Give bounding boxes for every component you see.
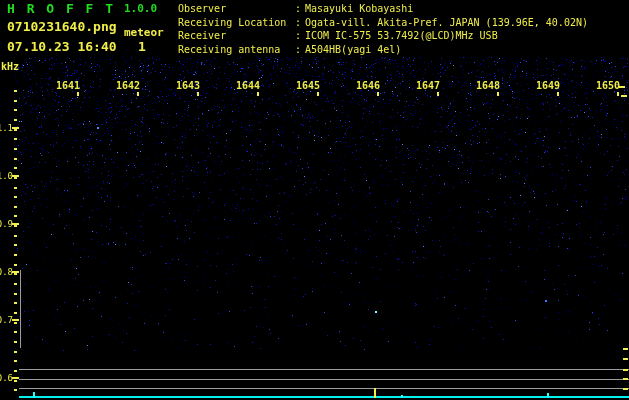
time-tick-label: 1647 bbox=[413, 80, 443, 91]
freq-minor-tick bbox=[14, 196, 17, 198]
freq-minor-tick bbox=[14, 225, 17, 227]
right-axis-tick bbox=[623, 358, 628, 360]
info-row-antenna: Receiving antenna : A504HB(yagi 4el) bbox=[178, 43, 628, 57]
echo-count: 1 bbox=[138, 39, 146, 54]
info-label: Observer bbox=[178, 2, 295, 16]
time-minute-tick bbox=[377, 92, 379, 96]
freq-minor-tick bbox=[14, 389, 17, 391]
info-value: ICOM IC-575 53.7492(@LCD)MHz USB bbox=[305, 29, 498, 43]
echo-dot bbox=[97, 127, 99, 129]
freq-minor-tick bbox=[14, 322, 17, 324]
freq-minor-tick bbox=[14, 158, 17, 160]
freq-minor-tick bbox=[14, 370, 17, 372]
time-tick-label: 1648 bbox=[473, 80, 503, 91]
info-separator: : bbox=[295, 2, 305, 16]
freq-minor-tick bbox=[14, 138, 17, 140]
freq-minor-tick bbox=[14, 129, 17, 131]
freq-minor-tick bbox=[14, 206, 17, 208]
time-minute-tick bbox=[557, 92, 559, 96]
info-label: Receiver bbox=[178, 29, 295, 43]
marker-vertical-line bbox=[20, 270, 21, 348]
freq-minor-tick bbox=[14, 215, 17, 217]
freq-minor-tick bbox=[14, 235, 17, 237]
time-minute-tick bbox=[617, 92, 619, 96]
observation-datetime: 07.10.23 16:40 bbox=[7, 39, 117, 54]
freq-major-tick bbox=[12, 319, 19, 321]
info-row-location: Receiving Location : Ogata-vill. Akita-P… bbox=[178, 16, 628, 30]
right-axis-tick bbox=[623, 378, 628, 380]
app-version: 1.0.0 bbox=[124, 2, 157, 15]
freq-minor-tick bbox=[14, 109, 17, 111]
info-separator: : bbox=[295, 29, 305, 43]
station-info-block: Observer : Masayuki Kobayashi Receiving … bbox=[178, 2, 628, 56]
freq-minor-tick bbox=[14, 273, 17, 275]
app-title: H R O F F T bbox=[7, 1, 115, 16]
info-row-observer: Observer : Masayuki Kobayashi bbox=[178, 2, 628, 16]
time-minute-tick bbox=[257, 92, 259, 96]
right-axis-tick bbox=[623, 369, 628, 371]
right-edge-tick bbox=[621, 95, 627, 97]
power-spike bbox=[547, 393, 549, 398]
freq-minor-tick bbox=[14, 331, 17, 333]
time-minute-tick bbox=[197, 92, 199, 96]
spectrogram-noise-canvas bbox=[0, 0, 629, 400]
power-spike bbox=[401, 395, 403, 398]
freq-minor-tick bbox=[14, 119, 17, 121]
echo-dot bbox=[545, 300, 547, 302]
freq-minor-tick bbox=[14, 254, 17, 256]
freq-minor-tick bbox=[14, 167, 17, 169]
time-tick-label: 1645 bbox=[293, 80, 323, 91]
freq-minor-tick bbox=[14, 360, 17, 362]
info-label: Receiving antenna bbox=[178, 43, 295, 57]
freq-minor-tick bbox=[14, 302, 17, 304]
time-minute-tick bbox=[77, 92, 79, 96]
output-filename: 0710231640.png bbox=[7, 19, 117, 34]
right-axis-tick bbox=[623, 348, 628, 350]
freq-minor-tick bbox=[14, 177, 17, 179]
info-separator: : bbox=[295, 16, 305, 30]
time-tick-label: 1642 bbox=[113, 80, 143, 91]
freq-minor-tick bbox=[14, 312, 17, 314]
info-value: A504HB(yagi 4el) bbox=[305, 43, 401, 57]
info-label: Receiving Location bbox=[178, 16, 295, 30]
power-baseline bbox=[19, 396, 629, 398]
graticule-line-2 bbox=[19, 379, 629, 380]
echo-dot bbox=[375, 311, 377, 313]
freq-minor-tick bbox=[14, 264, 17, 266]
observation-mode: meteor bbox=[124, 26, 164, 39]
frequency-unit-label: kHz bbox=[1, 61, 19, 72]
hrofft-output-window: H R O F F T 1.0.0 0710231640.png meteor … bbox=[0, 0, 629, 400]
time-minute-tick bbox=[317, 92, 319, 96]
freq-major-tick bbox=[12, 377, 19, 379]
info-value: Ogata-vill. Akita-Pref. JAPAN (139.96E, … bbox=[305, 16, 588, 30]
power-spike bbox=[374, 388, 376, 398]
freq-minor-tick bbox=[14, 293, 17, 295]
freq-minor-tick bbox=[14, 244, 17, 246]
graticule-line-1 bbox=[19, 369, 629, 370]
time-minute-tick bbox=[497, 92, 499, 96]
info-row-receiver: Receiver : ICOM IC-575 53.7492(@LCD)MHz … bbox=[178, 29, 628, 43]
freq-minor-tick bbox=[14, 351, 17, 353]
time-tick-label: 1644 bbox=[233, 80, 263, 91]
freq-minor-tick bbox=[14, 100, 17, 102]
graticule-line-3 bbox=[19, 388, 629, 389]
freq-minor-tick bbox=[14, 90, 17, 92]
freq-minor-tick bbox=[14, 380, 17, 382]
power-spike bbox=[33, 392, 35, 398]
right-edge-tick bbox=[619, 86, 625, 88]
time-minute-tick bbox=[137, 92, 139, 96]
right-axis-tick bbox=[623, 388, 628, 390]
freq-minor-tick bbox=[14, 187, 17, 189]
freq-minor-tick bbox=[14, 283, 17, 285]
freq-minor-tick bbox=[14, 148, 17, 150]
info-separator: : bbox=[295, 43, 305, 57]
time-minute-tick bbox=[437, 92, 439, 96]
time-tick-label: 1643 bbox=[173, 80, 203, 91]
time-tick-label: 1646 bbox=[353, 80, 383, 91]
time-tick-label: 1649 bbox=[533, 80, 563, 91]
time-tick-label: 1641 bbox=[53, 80, 83, 91]
freq-minor-tick bbox=[14, 341, 17, 343]
info-value: Masayuki Kobayashi bbox=[305, 2, 413, 16]
